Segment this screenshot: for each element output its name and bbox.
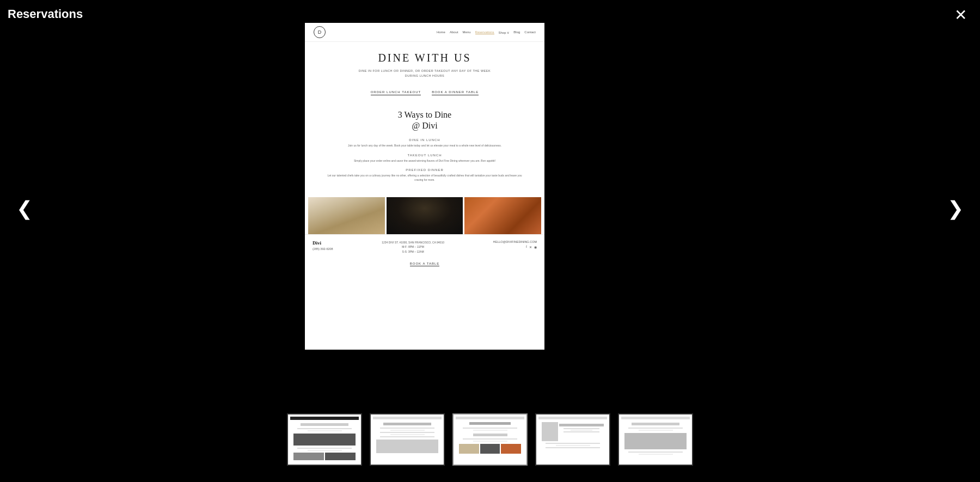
order-lunch-btn[interactable]: ORDER LUNCH TAKEOUT bbox=[371, 90, 421, 95]
thumbnail-1[interactable] bbox=[287, 413, 362, 466]
footer-hours-section: 1234 DIVI ST. #1000, SAN FRANCISCO, CA 9… bbox=[382, 240, 444, 254]
prefixed-dinner-heading: PREFIXED DINNER bbox=[327, 168, 523, 172]
thumbnail-4[interactable] bbox=[535, 413, 610, 466]
facebook-icon[interactable]: f bbox=[526, 245, 527, 249]
site-nav-bar: D Home About Menu Reservations Shop ∨ Bl… bbox=[305, 23, 544, 42]
footer-brand-name: Divi bbox=[313, 240, 333, 246]
footer-brand-section: Divi (285) 392-6208 bbox=[313, 240, 333, 251]
three-ways-title: 3 Ways to Dine@ Divi bbox=[327, 109, 523, 132]
nav-link-blog[interactable]: Blog bbox=[513, 30, 520, 34]
next-arrow-button[interactable]: ❯ bbox=[942, 192, 969, 225]
nav-link-shop[interactable]: Shop ∨ bbox=[499, 30, 510, 34]
book-dinner-btn[interactable]: BOOK A DINNER TABLE bbox=[432, 90, 479, 95]
nav-link-menu[interactable]: Menu bbox=[463, 30, 471, 34]
footer-address: 1234 DIVI ST. #1000, SAN FRANCISCO, CA 9… bbox=[382, 240, 444, 245]
food-image-row bbox=[305, 197, 544, 234]
three-ways-section: 3 Ways to Dine@ Divi DINE IN LUNCH Join … bbox=[305, 99, 544, 193]
footer-contact-section: HELLO@DIVIFINEDINING.COM f ✕ ◉ bbox=[493, 240, 537, 249]
cocktail-image bbox=[387, 197, 463, 234]
prev-arrow-button[interactable]: ❮ bbox=[11, 192, 38, 225]
thumbnail-5[interactable] bbox=[618, 413, 693, 466]
close-button[interactable]: ✕ bbox=[954, 8, 967, 23]
thumbnail-3[interactable] bbox=[452, 413, 528, 466]
site-footer: Divi (285) 392-6208 1234 DIVI ST. #1000,… bbox=[305, 234, 544, 271]
site-hero-section: DINE WITH US DINE IN FOR LUNCH OR DINNER… bbox=[305, 42, 544, 85]
footer-email: HELLO@DIVIFINEDINING.COM bbox=[493, 240, 537, 243]
site-nav-links: Home About Menu Reservations Shop ∨ Blog… bbox=[437, 30, 536, 34]
twitter-icon[interactable]: ✕ bbox=[529, 245, 532, 249]
hero-subtitle: DINE IN FOR LUNCH OR DINNER, OR ORDER TA… bbox=[321, 69, 528, 78]
site-logo: D bbox=[314, 26, 326, 38]
page-title: Reservations bbox=[8, 7, 83, 21]
candle-image bbox=[308, 197, 385, 234]
takeout-lunch-heading: TAKEOUT LUNCH bbox=[327, 154, 523, 157]
main-preview-window: D Home About Menu Reservations Shop ∨ Bl… bbox=[305, 23, 544, 350]
dine-in-lunch-heading: DINE IN LUNCH bbox=[327, 138, 523, 142]
hero-title: DINE WITH US bbox=[321, 52, 528, 64]
instagram-icon[interactable]: ◉ bbox=[534, 245, 537, 249]
prefixed-dinner-text: Let our talented chefs take you on a cul… bbox=[327, 174, 523, 182]
footer-book-table-btn[interactable]: BOOK A TABLE bbox=[410, 262, 439, 266]
nav-link-about[interactable]: About bbox=[450, 30, 458, 34]
footer-phone: (285) 392-6208 bbox=[313, 247, 333, 251]
nav-link-home[interactable]: Home bbox=[437, 30, 445, 34]
cta-buttons-row: ORDER LUNCH TAKEOUT BOOK A DINNER TABLE bbox=[305, 85, 544, 99]
takeout-lunch-text: Simply place your order online and savor… bbox=[327, 159, 523, 163]
food-image bbox=[464, 197, 541, 234]
dine-in-lunch-text: Join us for lunch any day of the week. B… bbox=[327, 144, 523, 148]
nav-link-reservations[interactable]: Reservations bbox=[475, 30, 494, 34]
footer-book-section: BOOK A TABLE bbox=[313, 254, 537, 269]
thumbnail-strip bbox=[287, 413, 693, 466]
nav-link-contact[interactable]: Contact bbox=[524, 30, 536, 34]
thumbnail-2[interactable] bbox=[370, 413, 445, 466]
footer-hours: M-F: 8PM – 11PM S-S: 3PM – 12AM bbox=[382, 245, 444, 254]
footer-socials: f ✕ ◉ bbox=[493, 245, 537, 249]
